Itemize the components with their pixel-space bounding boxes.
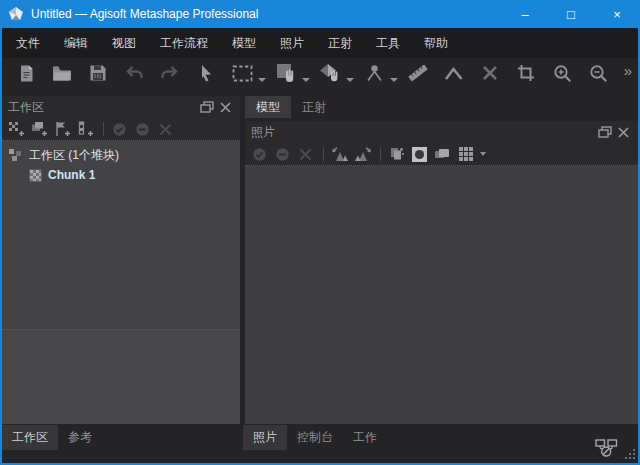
zoom-in-button[interactable] (550, 62, 574, 88)
maximize-button[interactable]: □ (548, 0, 594, 28)
photos-pane-title: 照片 (251, 124, 596, 141)
ruler-icon (408, 63, 428, 87)
disable-camera-button[interactable] (272, 145, 293, 164)
rotate-left-icon (331, 146, 349, 162)
tree-root-label: 工作区 (1个堆块) (29, 147, 119, 164)
open-project-button[interactable] (50, 62, 74, 88)
marker-tool-dropdown-icon[interactable] (390, 78, 398, 82)
delete-x-icon (482, 65, 498, 85)
dock-tab-photos[interactable]: 照片 (243, 425, 287, 450)
show-duplicates-icon (434, 147, 451, 161)
toolbar-separator (323, 147, 324, 161)
new-document-icon (18, 64, 35, 87)
menubar: 文件 编辑 视图 工作流程 模型 照片 正射 工具 帮助 (2, 28, 638, 58)
tab-ortho[interactable]: 正射 (291, 96, 337, 118)
pan-hand-icon (276, 63, 297, 87)
dock-tab-jobs[interactable]: 工作 (343, 425, 387, 450)
menu-help[interactable]: 帮助 (414, 30, 458, 57)
save-icon (89, 64, 107, 86)
add-scalebar-button[interactable] (75, 120, 96, 139)
select-cursor-button[interactable] (194, 62, 218, 88)
minimize-button[interactable]: – (502, 0, 548, 28)
titlebar: Untitled — Agisoft Metashape Professiona… (0, 0, 640, 28)
resize-grip-icon (624, 448, 636, 460)
rotate-left-button[interactable] (329, 145, 350, 164)
dock-tab-reference[interactable]: 参考 (58, 425, 102, 450)
show-duplicates-button[interactable] (432, 145, 453, 164)
menu-ortho[interactable]: 正射 (318, 30, 362, 57)
menu-file[interactable]: 文件 (6, 30, 50, 57)
enable-camera-button[interactable] (249, 145, 270, 164)
rotate-right-icon (354, 146, 372, 162)
rectangle-selection-button[interactable] (230, 62, 254, 88)
menu-workflow[interactable]: 工作流程 (150, 30, 218, 57)
network-status-button[interactable] (595, 439, 618, 457)
pan-navigation-dropdown-icon[interactable] (302, 78, 310, 82)
save-project-button[interactable] (86, 62, 110, 88)
viewport-area: 模型 正射 照片 (245, 96, 638, 424)
menu-model[interactable]: 模型 (222, 30, 266, 57)
menu-photo[interactable]: 照片 (270, 30, 314, 57)
menu-tools[interactable]: 工具 (366, 30, 410, 57)
disable-icon (135, 122, 150, 137)
toolbar-separator (380, 147, 381, 161)
close-button[interactable]: × (594, 0, 640, 28)
angle-tool-button[interactable] (442, 62, 466, 88)
delete-selection-button[interactable] (478, 62, 502, 88)
undo-button[interactable] (122, 62, 146, 88)
tab-model[interactable]: 模型 (245, 96, 291, 118)
add-photos-button[interactable] (29, 120, 50, 139)
new-document-button[interactable] (14, 62, 38, 88)
thumbnail-size-button[interactable] (455, 145, 476, 164)
enable-item-button[interactable] (109, 120, 130, 139)
workspace-pane-title: 工作区 (8, 99, 198, 116)
show-masks-icon (411, 146, 428, 163)
remove-camera-button[interactable] (295, 145, 316, 164)
marker-tool-button[interactable] (362, 62, 386, 88)
menu-edit[interactable]: 编辑 (54, 30, 98, 57)
add-marker-button[interactable] (52, 120, 73, 139)
rotate-object-dropdown-icon[interactable] (346, 78, 354, 82)
resize-grip[interactable] (624, 448, 636, 460)
rotate-object-button[interactable] (318, 62, 342, 88)
tree-item-chunk[interactable]: Chunk 1 (2, 165, 240, 185)
rotate-right-button[interactable] (352, 145, 373, 164)
toolbar-separator (103, 122, 104, 136)
crop-region-button[interactable] (514, 62, 538, 88)
thumbnail-grid-icon (458, 146, 474, 162)
workspace-float-button[interactable] (198, 98, 216, 116)
show-masks-button[interactable] (409, 145, 430, 164)
filter-photos-button[interactable] (386, 145, 407, 164)
tree-root-workspace[interactable]: 工作区 (1个堆块) (2, 145, 240, 165)
enable-check-icon (112, 122, 127, 137)
add-marker-icon (54, 121, 71, 137)
photos-float-button[interactable] (596, 123, 614, 141)
window-body: 文件 编辑 视图 工作流程 模型 照片 正射 工具 帮助 (0, 28, 640, 465)
workspace-close-button[interactable] (216, 98, 234, 116)
redo-icon (160, 65, 180, 86)
photos-pane: 照片 (245, 121, 638, 424)
thumbnail-size-dropdown-icon[interactable] (480, 152, 486, 156)
float-icon (598, 126, 612, 138)
disable-item-button[interactable] (132, 120, 153, 139)
menu-view[interactable]: 视图 (102, 30, 146, 57)
workspace-tree: 工作区 (1个堆块) (2, 141, 240, 330)
dock-tab-console[interactable]: 控制台 (287, 425, 343, 450)
photos-close-button[interactable] (614, 123, 632, 141)
pan-navigation-button[interactable] (274, 62, 298, 88)
float-icon (200, 101, 214, 113)
metashape-window: Untitled — Agisoft Metashape Professiona… (0, 0, 640, 465)
dock-tab-workspace[interactable]: 工作区 (2, 425, 58, 450)
remove-item-button[interactable] (155, 120, 176, 139)
toolbar-overflow-button[interactable]: » (624, 62, 632, 79)
window-controls: – □ × (502, 0, 640, 28)
zoom-out-button[interactable] (586, 62, 610, 88)
left-dock-tabs: 工作区 参考 (2, 425, 102, 450)
add-photos-icon (31, 121, 48, 137)
redo-button[interactable] (158, 62, 182, 88)
close-icon (220, 102, 231, 113)
ruler-tool-button[interactable] (406, 62, 430, 88)
add-chunk-button[interactable] (6, 120, 27, 139)
rectangle-selection-dropdown-icon[interactable] (258, 78, 266, 82)
window-title: Untitled — Agisoft Metashape Professiona… (31, 7, 502, 21)
